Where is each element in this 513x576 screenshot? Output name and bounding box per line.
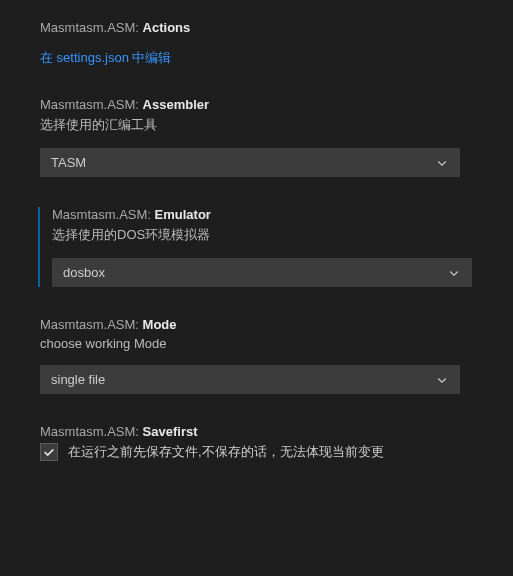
chevron-down-icon bbox=[435, 156, 449, 170]
edit-in-settings-json-link[interactable]: 在 settings.json 中编辑 bbox=[40, 49, 172, 67]
setting-desc-mode: choose working Mode bbox=[40, 336, 483, 351]
setting-desc-assembler: 选择使用的汇编工具 bbox=[40, 116, 483, 134]
setting-title-assembler: Masmtasm.ASM: Assembler bbox=[40, 97, 483, 112]
setting-prefix: Masmtasm.ASM: bbox=[52, 207, 155, 222]
setting-assembler: Masmtasm.ASM: Assembler 选择使用的汇编工具 TASM bbox=[40, 97, 483, 177]
setting-name: Assembler bbox=[143, 97, 209, 112]
mode-select[interactable]: single file bbox=[40, 365, 460, 394]
assembler-select[interactable]: TASM bbox=[40, 148, 460, 177]
setting-prefix: Masmtasm.ASM: bbox=[40, 97, 143, 112]
setting-title-mode: Masmtasm.ASM: Mode bbox=[40, 317, 483, 332]
setting-emulator: Masmtasm.ASM: Emulator 选择使用的DOS环境模拟器 dos… bbox=[40, 207, 483, 287]
setting-name: Savefirst bbox=[143, 424, 198, 439]
setting-prefix: Masmtasm.ASM: bbox=[40, 20, 143, 35]
setting-title-emulator: Masmtasm.ASM: Emulator bbox=[52, 207, 483, 222]
select-value: dosbox bbox=[63, 265, 105, 280]
setting-savefirst: Masmtasm.ASM: Savefirst 在运行之前先保存文件,不保存的话… bbox=[40, 424, 483, 461]
savefirst-label: 在运行之前先保存文件,不保存的话，无法体现当前变更 bbox=[68, 443, 384, 461]
chevron-down-icon bbox=[435, 373, 449, 387]
setting-prefix: Masmtasm.ASM: bbox=[40, 317, 143, 332]
chevron-down-icon bbox=[447, 266, 461, 280]
setting-name: Mode bbox=[143, 317, 177, 332]
emulator-select[interactable]: dosbox bbox=[52, 258, 472, 287]
savefirst-checkbox-row: 在运行之前先保存文件,不保存的话，无法体现当前变更 bbox=[40, 443, 483, 461]
setting-mode: Masmtasm.ASM: Mode choose working Mode s… bbox=[40, 317, 483, 394]
setting-prefix: Masmtasm.ASM: bbox=[40, 424, 143, 439]
setting-actions: Masmtasm.ASM: Actions 在 settings.json 中编… bbox=[40, 20, 483, 67]
select-value: TASM bbox=[51, 155, 86, 170]
savefirst-checkbox[interactable] bbox=[40, 443, 58, 461]
setting-desc-emulator: 选择使用的DOS环境模拟器 bbox=[52, 226, 483, 244]
setting-title-savefirst: Masmtasm.ASM: Savefirst bbox=[40, 424, 483, 439]
setting-name: Actions bbox=[143, 20, 191, 35]
setting-name: Emulator bbox=[155, 207, 211, 222]
setting-title-actions: Masmtasm.ASM: Actions bbox=[40, 20, 483, 35]
select-value: single file bbox=[51, 372, 105, 387]
